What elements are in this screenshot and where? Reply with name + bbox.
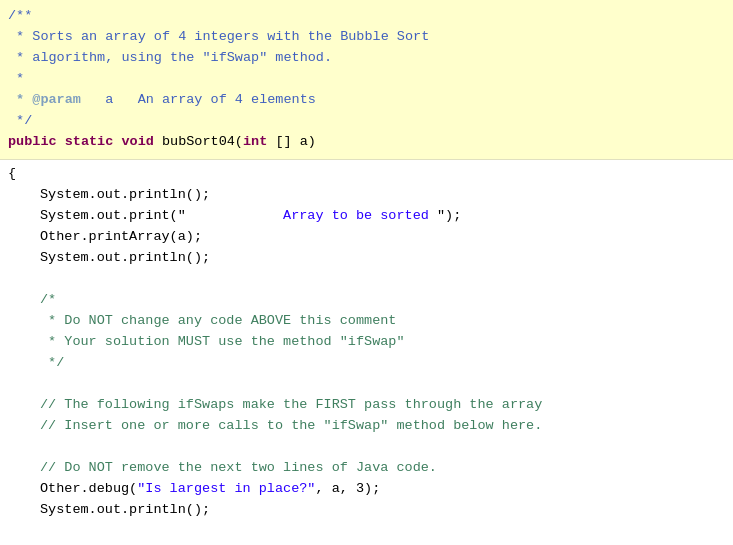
code-line-println-2: System.out.println(); [0,248,733,269]
method-name: bubSort04( [154,132,243,153]
blank-line-3 [0,437,733,458]
code-container: /** * Sorts an array of 4 integers with … [0,0,733,545]
comment-firstpass: // The following ifSwaps make the FIRST … [40,395,542,416]
println-1: System.out.println(); [40,185,210,206]
javadoc-line-2: * Sorts an array of 4 integers with the … [0,27,733,48]
printarray: Other.printArray(a); [40,227,202,248]
javadoc-text-3b: method. [267,48,332,69]
comment-block-open: /* [0,290,733,311]
code-line-println-1: System.out.println(); [0,185,733,206]
javadoc-text-3: algorithm, using the [32,48,202,69]
javadoc-open: /** [8,6,32,27]
javadoc-ifswap-3: "ifSwap" [202,48,267,69]
comment-2: * Your solution MUST use the method "ifS… [40,332,405,353]
brace-open: { [8,164,16,185]
kw-int: int [243,132,267,153]
comment-do-not-change: * Do NOT change any code ABOVE this comm… [0,311,733,332]
javadoc-param-tag: * @param [8,90,81,111]
print-string-spaces: Array to be sorted [186,206,437,227]
blank-line-2 [0,374,733,395]
javadoc-line-4: * [0,69,733,90]
kw-void: void [121,132,153,153]
code-line-printarray: Other.printArray(a); [0,227,733,248]
print-prefix: System.out.print(" [40,206,186,227]
kw-static: static [65,132,114,153]
javadoc-line-5: * @param a An array of 4 elements [0,90,733,111]
array-param: [] a) [267,132,316,153]
block-comment-close: */ [40,353,64,374]
javadoc-line-3: * algorithm, using the "ifSwap" method. [0,48,733,69]
debug-prefix: Other.debug( [40,479,137,500]
code-block: { System.out.println(); System.out.print… [0,160,733,525]
javadoc-star-4: * [8,69,24,90]
brace-open-line: { [0,164,733,185]
comment-do-not-remove-text: // Do NOT remove the next two lines of J… [40,458,437,479]
space-2 [113,132,121,153]
blank-line-1 [0,269,733,290]
comment-do-not-remove: // Do NOT remove the next two lines of J… [0,458,733,479]
code-line-print-array: System.out.print(" Array to be sorted ")… [0,206,733,227]
javadoc-param-text: a An array of 4 elements [81,90,316,111]
comment-first-pass: // The following ifSwaps make the FIRST … [0,395,733,416]
javadoc-block: /** * Sorts an array of 4 integers with … [0,0,733,160]
javadoc-line-1: /** [0,6,733,27]
javadoc-star-3: * [8,48,32,69]
block-comment-open: /* [40,290,56,311]
code-line-debug: Other.debug("Is largest in place?", a, 3… [0,479,733,500]
debug-string: "Is largest in place?" [137,479,315,500]
method-signature-line: public static void bubSort04(int [] a) [0,132,733,153]
comment-block-close: */ [0,353,733,374]
javadoc-line-6: */ [0,111,733,132]
javadoc-text-2: Sorts an array of 4 integers with the Bu… [32,27,429,48]
space-1 [57,132,65,153]
comment-1: * Do NOT change any code ABOVE this comm… [40,311,396,332]
comment-insert: // Insert one or more calls to the "ifSw… [0,416,733,437]
javadoc-star-2: * [8,27,32,48]
println-2: System.out.println(); [40,248,210,269]
code-line-println-final: System.out.println(); [0,500,733,521]
javadoc-close: */ [8,111,32,132]
println-final: System.out.println(); [40,500,210,521]
comment-insert-text: // Insert one or more calls to the "ifSw… [40,416,542,437]
print-suffix: "); [437,206,461,227]
debug-suffix: , a, 3); [315,479,380,500]
kw-public: public [8,132,57,153]
comment-must-use: * Your solution MUST use the method "ifS… [0,332,733,353]
